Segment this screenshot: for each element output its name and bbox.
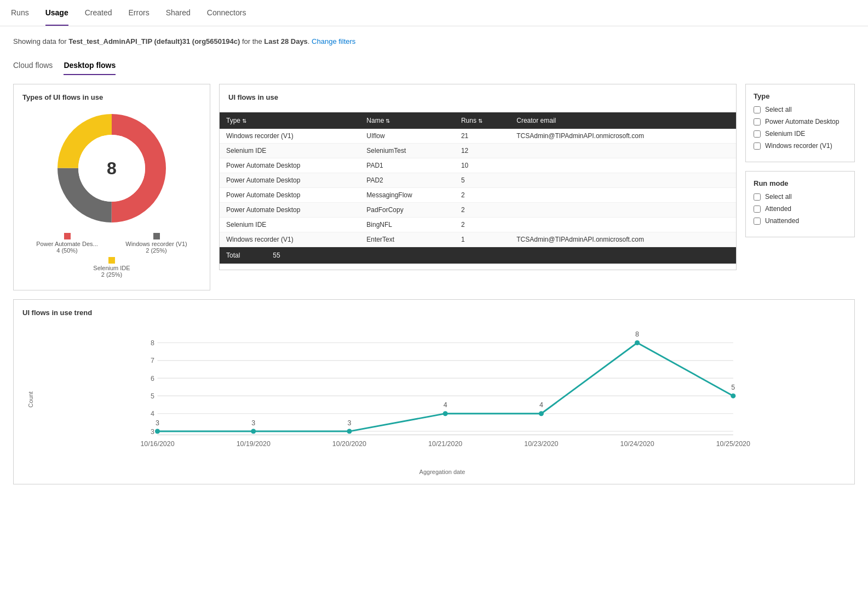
- nav-item-runs[interactable]: Runs: [11, 1, 29, 26]
- table-cell-name: UIflow: [360, 129, 455, 144]
- table-cell-email: [510, 218, 736, 232]
- run-mode-filter-label: Select all: [765, 193, 792, 201]
- type-filter-title: Type: [754, 92, 847, 100]
- table-cell-type: Selenium IDE: [220, 144, 360, 158]
- table-col-creator-email: Creator email: [510, 112, 736, 129]
- subtitle-bar: Showing data for Test_test_AdminAPI_TIP …: [13, 37, 855, 45]
- table-cell-email: [510, 188, 736, 203]
- table-cell-runs: 1: [455, 232, 510, 247]
- run-mode-filter-title: Run mode: [754, 179, 847, 187]
- table-cell-email: TCSAdmin@TIPAdminAPI.onmicrosoft.com: [510, 129, 736, 144]
- data-label: 4: [539, 401, 543, 409]
- nav-item-created[interactable]: Created: [85, 1, 112, 26]
- y-tick-label: 6: [151, 375, 154, 383]
- subtitle-period: Last 28 Days: [264, 37, 308, 45]
- table-col-name[interactable]: Name⇅: [360, 112, 455, 129]
- flow-tabs: Cloud flowsDesktop flows: [13, 56, 855, 75]
- table-cell-type: Selenium IDE: [220, 218, 360, 232]
- data-point: [443, 411, 448, 416]
- x-tick-label: 10/16/2020: [140, 440, 174, 448]
- table-cell-runs: 12: [455, 144, 510, 158]
- run-mode-filter-item: Select all: [754, 193, 847, 201]
- subtitle-org: Test_test_AdminAPI_TIP (default)31 (org5…: [68, 37, 240, 45]
- nav-item-usage[interactable]: Usage: [45, 1, 68, 26]
- table-row: Windows recorder (V1)UIflow21TCSAdmin@TI…: [220, 129, 736, 144]
- table-cell-type: Power Automate Desktop: [220, 188, 360, 203]
- legend-label: Power Automate Des...4 (50%): [36, 241, 98, 254]
- table-cell-name: BingNFL: [360, 218, 455, 232]
- type-filter-label: Select all: [765, 106, 792, 113]
- nav-item-errors[interactable]: Errors: [129, 1, 150, 26]
- table-cell-runs: 2: [455, 203, 510, 218]
- table-cell-runs: 5: [455, 173, 510, 188]
- table-footer: Total 55: [220, 247, 736, 264]
- data-label: 3: [347, 419, 351, 427]
- subtitle-middle: for the: [240, 37, 264, 45]
- top-navigation: RunsUsageCreatedErrorsSharedConnectors: [0, 0, 868, 26]
- type-filter-item: Power Automate Desktop: [754, 118, 847, 125]
- x-tick-label: 10/23/2020: [524, 440, 558, 448]
- donut-container: 8: [22, 108, 201, 229]
- sort-icon: ⇅: [478, 118, 482, 124]
- flow-tab-desktop-flows[interactable]: Desktop flows: [64, 56, 116, 75]
- data-point: [251, 429, 256, 433]
- type-filter-checkbox[interactable]: [754, 130, 761, 138]
- y-tick-label: 5: [151, 392, 154, 400]
- table-cell-type: Power Automate Desktop: [220, 203, 360, 218]
- donut-center-value: 8: [107, 158, 117, 179]
- run-mode-filter-label: Attended: [765, 205, 791, 213]
- table-cell-email: [510, 158, 736, 173]
- data-label: 8: [635, 330, 639, 338]
- run-mode-filter-checkbox[interactable]: [754, 193, 761, 201]
- x-tick-label: 10/21/2020: [428, 440, 462, 448]
- table-col-type[interactable]: Type⇅: [220, 112, 360, 129]
- flow-tab-cloud-flows[interactable]: Cloud flows: [13, 56, 53, 75]
- table-cell-email: [510, 203, 736, 218]
- data-label: 3: [156, 419, 159, 427]
- sort-icon: ⇅: [242, 118, 246, 124]
- type-filter-checkbox[interactable]: [754, 106, 761, 113]
- filter-panels: Type Select allPower Automate DesktopSel…: [745, 84, 855, 237]
- type-filter-checkbox[interactable]: [754, 142, 761, 150]
- x-tick-label: 10/19/2020: [237, 440, 271, 448]
- legend-color-swatch: [64, 233, 71, 239]
- legend-item: Windows recorder (V1)2 (25%): [116, 233, 197, 254]
- run-mode-filter-item: Attended: [754, 205, 847, 213]
- sort-icon: ⇅: [386, 118, 390, 124]
- flows-table: Type⇅Name⇅Runs⇅Creator email Windows rec…: [220, 112, 736, 247]
- y-tick-label: 7: [151, 357, 154, 364]
- table-row: Power Automate DesktopMessagingFlow2: [220, 188, 736, 203]
- table-footer-label: Total: [226, 252, 240, 259]
- table-cell-type: Power Automate Desktop: [220, 158, 360, 173]
- legend-label: Selenium IDE2 (25%): [93, 265, 130, 278]
- change-filters-link[interactable]: Change filters: [312, 37, 355, 45]
- table-cell-name: MessagingFlow: [360, 188, 455, 203]
- data-point: [539, 411, 544, 416]
- table-header: Type⇅Name⇅Runs⇅Creator email: [220, 112, 736, 129]
- run-mode-filter-checkbox[interactable]: [754, 206, 761, 213]
- nav-item-connectors[interactable]: Connectors: [207, 1, 246, 26]
- data-point: [731, 393, 735, 398]
- legend-label: Windows recorder (V1)2 (25%): [125, 241, 187, 254]
- x-tick-label: 10/24/2020: [620, 440, 654, 448]
- table-body: Windows recorder (V1)UIflow21TCSAdmin@TI…: [220, 129, 736, 247]
- legend-color-swatch: [153, 233, 160, 239]
- type-filter-checkbox[interactable]: [754, 118, 761, 125]
- subtitle-prefix: Showing data for: [13, 37, 68, 45]
- table-cell-email: [510, 144, 736, 158]
- type-filter-label: Windows recorder (V1): [765, 142, 832, 150]
- y-tick-label: 4: [151, 410, 154, 418]
- table-header-row: Type⇅Name⇅Runs⇅Creator email: [220, 112, 736, 129]
- legend-color-swatch: [108, 257, 115, 264]
- table-panel: UI flows in use Type⇅Name⇅Runs⇅Creator e…: [219, 84, 737, 270]
- type-filter-panel: Type Select allPower Automate DesktopSel…: [745, 84, 855, 162]
- table-cell-runs: 2: [455, 218, 510, 232]
- nav-item-shared[interactable]: Shared: [166, 1, 191, 26]
- x-tick-label: 10/25/2020: [716, 440, 750, 448]
- run-mode-filter-item: Unattended: [754, 217, 847, 225]
- subtitle-suffix: .: [308, 37, 310, 45]
- table-col-runs[interactable]: Runs⇅: [455, 112, 510, 129]
- table-cell-runs: 10: [455, 158, 510, 173]
- run-mode-filter-checkbox[interactable]: [754, 218, 761, 225]
- trend-chart-svg: 345678310/16/2020310/19/2020310/20/20204…: [39, 323, 846, 466]
